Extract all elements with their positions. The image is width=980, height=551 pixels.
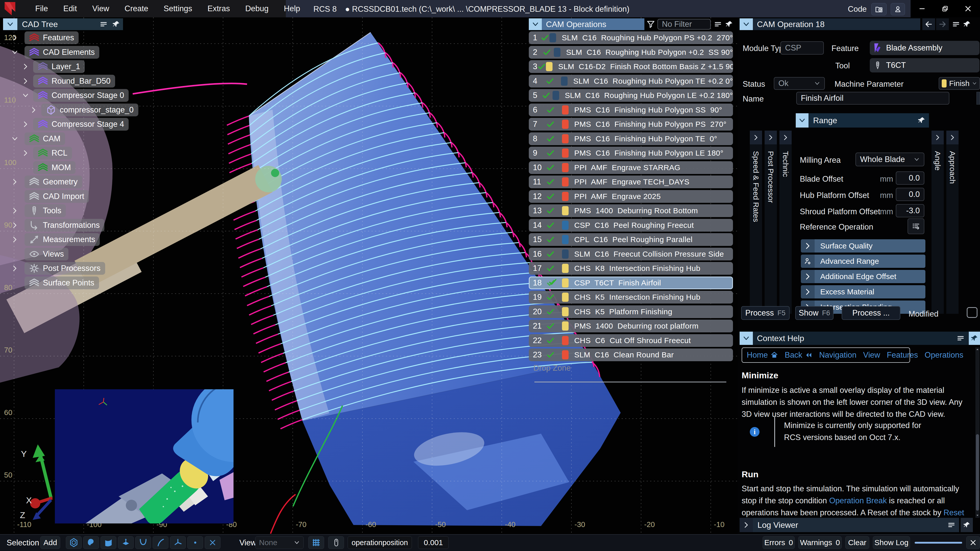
menu-create[interactable]: Create	[117, 0, 156, 17]
cam-operation-row-1[interactable]: 1SLM C16 Roughing Hub Polygon PS +0.2 27…	[529, 32, 733, 44]
tree-expander-closed[interactable]	[11, 265, 18, 272]
log-viewer-pin-icon[interactable]	[961, 518, 973, 532]
position-mode-field[interactable]: operationposition	[348, 536, 412, 549]
modified-checkbox[interactable]	[967, 307, 977, 318]
view-dropdown[interactable]: None	[255, 536, 304, 549]
tab-approach[interactable]: Approach	[946, 130, 959, 314]
help-link-operation-break[interactable]: Operation Break	[829, 496, 887, 505]
tree-item-features[interactable]: Features	[24, 32, 79, 44]
offset-input-blade-offset[interactable]: 0.0	[896, 171, 924, 185]
cam-operation-row-11[interactable]: 11PPI AMF Engrave TECH_DAYS	[529, 176, 733, 188]
show-log-button[interactable]: Show Log	[873, 536, 910, 549]
help-nav-home[interactable]: Home	[747, 351, 778, 360]
tree-expander-closed[interactable]	[22, 78, 29, 85]
select-surface-button[interactable]	[100, 536, 116, 549]
range-pin-icon[interactable]	[918, 117, 929, 124]
tree-item-post-processors[interactable]: Post Processors	[24, 262, 105, 275]
cam-operation-row-13[interactable]: 13PMS 1400 Deburring Root Bottom	[529, 204, 733, 217]
context-help-collapse-button[interactable]	[740, 332, 753, 345]
cam-operation-row-10[interactable]: 10PPI AMF Engrave STARRAG	[529, 161, 733, 174]
tree-expander-closed[interactable]	[30, 106, 37, 114]
cam-operations-pin-icon[interactable]	[725, 21, 733, 28]
help-nav-view[interactable]: View	[863, 351, 880, 360]
cad-tree-collapse-button[interactable]	[3, 18, 18, 30]
section-additional-edge-offset-button[interactable]: Additional Edge Offset	[801, 270, 925, 283]
cam-operation-row-14[interactable]: 14CSP C16 Peel Roughing Freecut	[529, 219, 733, 232]
help-scrollbar[interactable]	[975, 348, 980, 518]
mouse-mode-button[interactable]	[328, 536, 344, 549]
reference-operation-button[interactable]	[907, 218, 924, 234]
code-button[interactable]: Code	[848, 5, 867, 14]
precision-field[interactable]: 0.001	[418, 536, 449, 549]
tree-expander-open[interactable]	[11, 49, 18, 56]
help-nav-operations[interactable]: Operations	[924, 351, 963, 360]
section-advanced-range-button[interactable]: Advanced Range	[801, 254, 925, 268]
maximize-button[interactable]	[934, 0, 956, 17]
offset-input-hub-platform-offset[interactable]: 0.0	[896, 188, 924, 201]
tree-expander-closed[interactable]	[22, 149, 29, 157]
tree-item-cad-import[interactable]: CAD Import	[24, 190, 89, 203]
tree-expander-closed[interactable]	[11, 207, 18, 214]
selection-add-button[interactable]: Add	[40, 536, 60, 549]
log-viewer-expand-button[interactable]	[740, 518, 753, 532]
close-button[interactable]	[956, 0, 980, 17]
cam-operation-row-6[interactable]: 6PMS C16 Finishing Hub Polygon SS 90°	[529, 103, 733, 116]
select-curve-button[interactable]	[135, 536, 151, 549]
cam-operation-row-23[interactable]: 23SLM C16 Clean Round Bar	[529, 348, 733, 361]
status-dropdown[interactable]: Ok	[774, 77, 825, 90]
cam-operation-row-5[interactable]: 5SLM C16 Roughing Hub Polygon LE +0.2 18…	[529, 89, 733, 102]
operation-panel-collapse-button[interactable]	[740, 18, 753, 30]
process-button[interactable]: ProcessF5	[741, 306, 790, 320]
scroll-thumb[interactable]	[976, 434, 979, 511]
cam-operations-collapse-button[interactable]	[529, 18, 542, 30]
tree-item-tools[interactable]: Tools	[24, 204, 66, 217]
help-nav-back[interactable]: Back	[785, 351, 813, 360]
tree-expander-open[interactable]	[11, 135, 18, 142]
feature-field[interactable]: Blade Assembly	[870, 41, 980, 55]
tree-item-compressor-stage-0[interactable]: compressor_stage_0	[41, 103, 138, 116]
select-surface-normal-button[interactable]	[118, 536, 134, 549]
scroll-up-icon[interactable]	[975, 348, 980, 351]
minimize-button[interactable]	[911, 0, 934, 17]
select-deselect-button[interactable]	[205, 536, 221, 549]
scroll-down-icon[interactable]	[975, 513, 980, 517]
filter-input[interactable]: No Filter	[657, 19, 711, 30]
cam-operation-row-3[interactable]: 3SLM C16-D2 Finish Root Bottom Basis Z +…	[529, 60, 733, 73]
select-arc-button[interactable]	[153, 536, 169, 549]
select-axis-button[interactable]	[170, 536, 186, 549]
show-button[interactable]: ShowF6	[795, 306, 834, 320]
tool-field[interactable]: T6CT	[870, 58, 980, 73]
tab-post-processor[interactable]: Post Processor	[765, 130, 777, 314]
drop-zone[interactable]: Drop Zone	[533, 364, 571, 373]
tab-technic[interactable]: Technic	[780, 130, 792, 314]
operation-panel-menu-icon[interactable]	[949, 20, 963, 28]
filter-icon[interactable]	[644, 20, 657, 29]
name-side-button[interactable]	[977, 92, 980, 105]
tree-item-transformations[interactable]: Transformations	[24, 219, 104, 232]
section-surface-quality-button[interactable]: Surface Quality	[801, 239, 925, 252]
help-nav-features[interactable]: Features	[887, 351, 918, 360]
tree-item-cad-elements[interactable]: CAD Elements	[24, 46, 99, 59]
select-solid-button[interactable]	[66, 536, 82, 549]
tree-expander-open[interactable]	[22, 92, 29, 99]
milling-area-dropdown[interactable]: Whole Blade	[856, 152, 924, 166]
cad-tree-pin-icon[interactable]	[112, 21, 123, 28]
tree-item-cam[interactable]: CAM	[24, 132, 65, 145]
cam-operation-row-20[interactable]: 20CHS K5 Platform Finishing	[529, 305, 733, 318]
tree-expander-closed[interactable]	[11, 222, 18, 229]
tree-item-surface-points[interactable]: Surface Points	[24, 276, 99, 289]
menu-view[interactable]: View	[84, 0, 117, 17]
tab-speed-feed-rates[interactable]: Speed & Feed Rates	[750, 130, 762, 314]
cam-operation-row-21[interactable]: 21PMS 1400 Deburring root platform	[529, 320, 733, 332]
cam-operation-row-4[interactable]: 4SLM C16 Roughing Hub Polygon TE +0.2 0°	[529, 75, 733, 87]
cam-operation-row-9[interactable]: 9PMS C16 Finishing Hub Polygon LE 180°	[529, 147, 733, 159]
tree-item-measurements[interactable]: Measurements	[24, 233, 100, 246]
tree-expander-closed[interactable]	[11, 34, 18, 41]
history-back-button[interactable]	[922, 18, 935, 30]
tree-item-views[interactable]: Views	[24, 248, 68, 260]
section-excess-material-button[interactable]: Excess Material	[801, 285, 925, 299]
menu-edit[interactable]: Edit	[56, 0, 84, 17]
select-face-button[interactable]	[83, 536, 99, 549]
cam-operations-menu-icon[interactable]	[711, 20, 725, 28]
cam-operation-row-12[interactable]: 12PPI AMF Engrave 2025	[529, 190, 733, 203]
